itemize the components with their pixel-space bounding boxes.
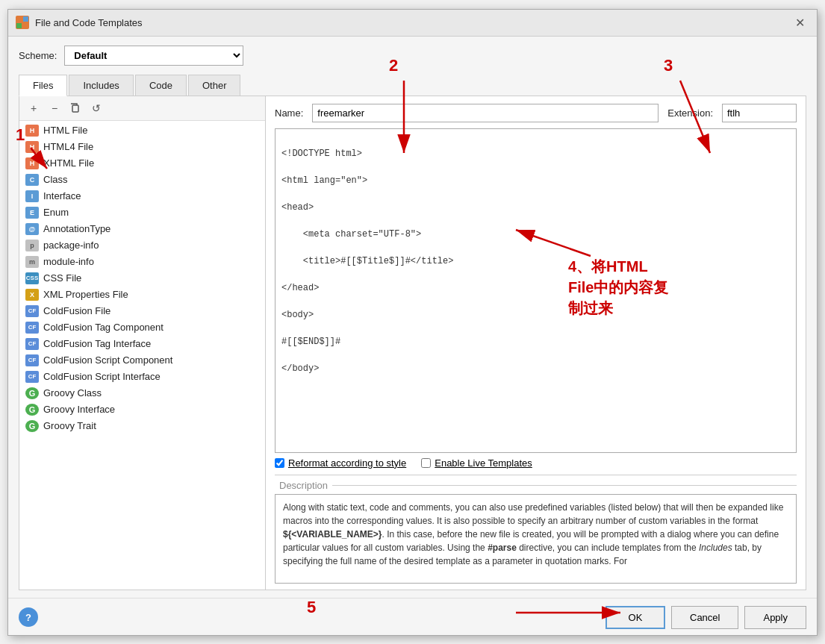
file-item-label: ColdFusion Tag Interface (43, 338, 151, 349)
file-item-label: HTML4 File (43, 141, 93, 152)
list-item[interactable]: CF ColdFusion Script Component (19, 352, 265, 369)
tab-files[interactable]: Files (19, 75, 67, 96)
file-item-label: Groovy Trait (43, 420, 96, 431)
scheme-label: Scheme: (19, 50, 57, 61)
xml-file-icon: X (25, 289, 39, 301)
copy-button[interactable] (66, 99, 85, 117)
apply-button[interactable]: Apply (744, 606, 806, 629)
list-item[interactable]: m module-info (19, 254, 265, 270)
close-button[interactable]: ✕ (791, 14, 809, 31)
file-item-label: ColdFusion Script Component (43, 354, 172, 366)
tab-other[interactable]: Other (188, 75, 241, 96)
list-item[interactable]: G Groovy Interface (19, 401, 265, 418)
html4-file-icon: H (25, 141, 39, 153)
reformat-checkbox-label[interactable]: Reformat according to style (275, 457, 406, 469)
reset-button[interactable]: ↺ (87, 99, 106, 117)
file-item-label: package-info (43, 240, 99, 251)
annotation-file-icon: @ (25, 223, 39, 235)
list-item[interactable]: CF ColdFusion File (19, 303, 265, 319)
help-button[interactable]: ? (19, 607, 38, 627)
list-item[interactable]: CF ColdFusion Tag Interface (19, 336, 265, 352)
list-item[interactable]: CSS CSS File (19, 270, 265, 287)
cf-tag-interface-icon: CF (25, 338, 39, 350)
remove-button[interactable]: − (45, 99, 64, 117)
file-list: H HTML File H HTML4 File H XHTML File C … (19, 121, 265, 590)
cf-script-interface-icon: CF (25, 371, 39, 383)
left-panel: + − ↺ H HTML File (19, 96, 266, 590)
file-item-label: Class (43, 174, 68, 185)
extension-label: Extension: (667, 107, 713, 119)
options-row: Reformat according to style Enable Live … (275, 457, 797, 469)
tabs-row: Files Includes Code Other (19, 75, 806, 96)
name-row: Name: Extension: (275, 104, 797, 122)
live-templates-checkbox-label[interactable]: Enable Live Templates (421, 457, 532, 469)
file-item-label: ColdFusion Script Interface (43, 371, 161, 382)
scheme-row: Scheme: Default Project (19, 46, 806, 66)
list-item[interactable]: H HTML File (19, 122, 265, 139)
interface-file-icon: I (25, 190, 39, 202)
list-item[interactable]: CF ColdFusion Script Interface (19, 369, 265, 385)
title-bar: File and Code Templates ✕ (8, 10, 817, 37)
file-item-label: CSS File (43, 272, 81, 284)
cf-script-component-icon: CF (25, 354, 39, 366)
enum-file-icon: E (25, 207, 39, 219)
groovy-class-icon: G (25, 387, 39, 399)
right-panel: Name: Extension: <!DOCTYPE html> <html l… (266, 96, 806, 590)
cf-tag-component-icon: CF (25, 322, 39, 334)
description-title: Description (275, 480, 332, 491)
list-item[interactable]: G Groovy Trait (19, 418, 265, 434)
list-item[interactable]: p package-info (19, 237, 265, 254)
file-item-label: XHTML File (43, 157, 94, 169)
file-item-label: AnnotationType (43, 223, 110, 234)
cancel-button[interactable]: Cancel (671, 606, 738, 629)
html-file-icon: H (25, 125, 39, 137)
svg-rect-0 (16, 16, 22, 22)
file-item-label: XML Properties File (43, 289, 128, 300)
dialog-title: File and Code Templates (35, 17, 143, 28)
app-icon (16, 16, 29, 29)
svg-rect-1 (23, 16, 28, 22)
add-button[interactable]: + (24, 99, 43, 117)
file-item-label: Groovy Interface (43, 404, 115, 415)
list-item[interactable]: X XML Properties File (19, 287, 265, 303)
file-item-label: Enum (43, 207, 69, 218)
file-item-label: HTML File (43, 125, 87, 136)
list-item[interactable]: CF ColdFusion Tag Component (19, 319, 265, 336)
live-templates-label: Enable Live Templates (435, 457, 532, 469)
extension-input[interactable] (722, 104, 797, 122)
class-file-icon: C (25, 174, 39, 186)
bottom-bar: ? OK Cancel Apply (8, 598, 817, 635)
css-file-icon: CSS (25, 272, 39, 284)
code-editor[interactable]: <!DOCTYPE html> <html lang="en"> <head> … (275, 128, 797, 453)
action-buttons: OK Cancel Apply (605, 606, 806, 629)
list-item[interactable]: C Class (19, 172, 265, 188)
file-item-label: ColdFusion Tag Component (43, 322, 164, 333)
list-item[interactable]: I Interface (19, 188, 265, 204)
groovy-interface-icon: G (25, 404, 39, 416)
list-item[interactable]: @ AnnotationType (19, 221, 265, 237)
list-item[interactable]: G Groovy Class (19, 385, 265, 401)
tab-includes[interactable]: Includes (69, 75, 133, 96)
svg-rect-3 (23, 23, 28, 28)
description-text: Along with static text, code and comment… (275, 494, 797, 584)
tab-code[interactable]: Code (135, 75, 187, 96)
xhtml-file-icon: H (25, 157, 39, 169)
name-input[interactable] (312, 104, 659, 122)
file-item-label: module-info (43, 256, 94, 267)
list-item[interactable]: H XHTML File (19, 155, 265, 172)
reformat-checkbox[interactable] (275, 458, 284, 468)
toolbar: + − ↺ (19, 96, 265, 121)
ok-button[interactable]: OK (605, 606, 665, 629)
list-item[interactable]: H HTML4 File (19, 139, 265, 155)
file-item-label: Groovy Class (43, 387, 102, 398)
live-templates-checkbox[interactable] (421, 458, 431, 468)
scheme-select[interactable]: Default Project (64, 46, 243, 66)
reformat-label: Reformat according to style (288, 457, 406, 469)
file-item-label: ColdFusion File (43, 305, 110, 316)
svg-rect-4 (72, 105, 78, 112)
cf-file-icon: CF (25, 305, 39, 317)
list-item[interactable]: E Enum (19, 204, 265, 221)
main-content: + − ↺ H HTML File (19, 96, 806, 590)
package-file-icon: p (25, 240, 39, 251)
description-section: Description Along with static text, code… (275, 475, 797, 584)
